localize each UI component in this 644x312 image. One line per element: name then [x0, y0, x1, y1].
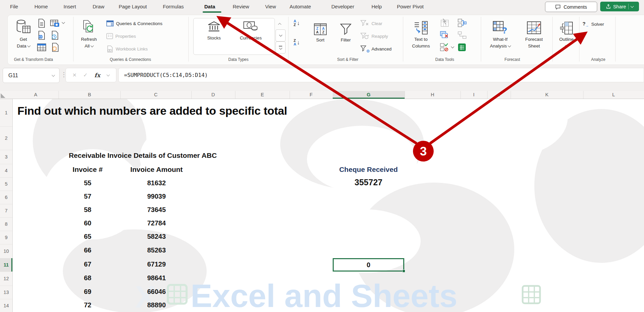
row-header-6[interactable]: 6	[0, 191, 12, 204]
tab-file[interactable]: File	[10, 0, 18, 13]
column-header-l[interactable]: L	[583, 91, 644, 99]
row-header-13[interactable]: 13	[0, 286, 12, 299]
data-validation-icon[interactable]	[440, 43, 449, 52]
cheque-amount-cell[interactable]: 355727	[332, 178, 405, 187]
row-header-4[interactable]: 4	[0, 164, 12, 178]
row-header-7[interactable]: 7	[0, 204, 12, 218]
cancel-icon[interactable]: ×	[73, 71, 77, 79]
what-if-analysis-button[interactable]: ? What-If Analysis	[484, 17, 516, 49]
function-dropdown-icon[interactable]	[106, 73, 110, 76]
column-header-k[interactable]: K	[511, 91, 583, 99]
cell-invoice-amount[interactable]: 98641	[126, 274, 187, 282]
refresh-all-button[interactable]: Refresh All	[76, 17, 102, 49]
fill-handle[interactable]	[402, 270, 405, 273]
gallery-more-button[interactable]	[276, 41, 286, 54]
text-to-columns-button[interactable]: Text to Columns	[407, 17, 435, 49]
workbook-links-button[interactable]: Workbook Links	[106, 45, 148, 53]
share-dropdown-icon[interactable]	[631, 4, 634, 8]
row-header-14[interactable]: 14	[0, 299, 12, 312]
cell-invoice-amount[interactable]: 58243	[126, 233, 187, 240]
row-header-5[interactable]: 5	[0, 177, 12, 191]
tab-review[interactable]: Review	[233, 0, 249, 13]
get-data-button[interactable]: Get Data	[11, 17, 36, 49]
cell-invoice-number[interactable]: 65	[61, 233, 114, 240]
invoice-column-header[interactable]: Invoice #	[61, 166, 114, 174]
advanced-filter-button[interactable]: ⚙ Advanced	[360, 45, 392, 52]
column-header-i[interactable]: I	[460, 91, 488, 99]
sort-ascending-button[interactable]: AZ ↓	[294, 19, 300, 27]
solver-button[interactable]: ? → Solver	[582, 21, 604, 27]
cell-invoice-number[interactable]: 58	[61, 206, 114, 214]
tab-data[interactable]: Data	[204, 0, 215, 13]
sort-button[interactable]: ZAAZ Sort	[310, 17, 331, 43]
column-header-a[interactable]: A	[13, 91, 59, 99]
from-table-range-icon[interactable]	[37, 43, 46, 51]
flash-fill-icon[interactable]	[440, 18, 449, 27]
row-header-11[interactable]: 11	[0, 258, 12, 272]
cell-invoice-amount[interactable]: 72784	[126, 219, 187, 227]
outline-button[interactable]: Outline	[555, 17, 578, 46]
tab-home[interactable]: Home	[34, 0, 48, 13]
recent-sources-icon[interactable]	[51, 31, 59, 40]
row-header-10[interactable]: 10	[0, 244, 12, 258]
column-header-e[interactable]: E	[235, 91, 290, 99]
relationships-icon[interactable]	[457, 31, 467, 39]
tab-draw[interactable]: Draw	[93, 0, 104, 13]
gallery-down-button[interactable]	[276, 29, 286, 41]
insert-function-icon[interactable]: fx	[94, 72, 100, 79]
select-all-corner[interactable]	[0, 91, 13, 99]
cell-invoice-amount[interactable]: 99039	[126, 193, 187, 200]
cell-invoice-number[interactable]: 66	[61, 246, 114, 254]
properties-button[interactable]: Properties	[106, 33, 136, 39]
cheque-received-label[interactable]: Cheque Received	[332, 166, 405, 174]
from-picture-icon[interactable]	[50, 19, 60, 27]
row-header-12[interactable]: 12	[0, 272, 12, 286]
cell-invoice-number[interactable]: 60	[61, 219, 114, 227]
share-button[interactable]: Share	[600, 2, 639, 11]
tab-help[interactable]: Help	[371, 0, 382, 13]
remove-duplicates-icon[interactable]	[440, 30, 449, 39]
cell-invoice-number[interactable]: 57	[61, 193, 114, 200]
name-box-dropdown-icon[interactable]	[52, 73, 55, 77]
from-web-icon[interactable]	[37, 31, 45, 40]
tab-developer[interactable]: Developer	[331, 0, 354, 13]
reapply-filter-button[interactable]: Reapply	[360, 33, 388, 39]
row-header-8[interactable]: 8	[0, 217, 12, 231]
cell-invoice-amount[interactable]: 88890	[126, 301, 187, 309]
cell-invoice-amount[interactable]: 73645	[126, 206, 187, 214]
column-header-b[interactable]: B	[59, 91, 121, 99]
cell-invoice-amount[interactable]: 81632	[126, 179, 187, 187]
cell-invoice-number[interactable]: 69	[61, 288, 114, 296]
cell-invoice-amount[interactable]: 66046	[126, 288, 187, 296]
filter-button[interactable]: Filter	[335, 17, 356, 43]
from-text-csv-icon[interactable]	[37, 19, 45, 28]
formula-input[interactable]: =SUMPRODUCT(C5:C14,D5:D14)	[118, 68, 644, 82]
clear-filter-button[interactable]: Clear	[360, 20, 382, 27]
tab-automate[interactable]: Automate	[290, 0, 311, 13]
selected-cell-g11[interactable]: 0	[333, 258, 404, 272]
tab-power-pivot[interactable]: Power Pivot	[397, 0, 424, 13]
row-header-9[interactable]: 9	[0, 231, 12, 244]
cell-invoice-amount[interactable]: 85263	[126, 246, 187, 254]
currencies-button[interactable]: Currencies	[234, 21, 267, 40]
tab-page-layout[interactable]: Page Layout	[119, 0, 147, 13]
forecast-sheet-button[interactable]: Forecast Sheet	[518, 17, 550, 49]
queries-connections-button[interactable]: Queries & Connections	[106, 20, 163, 26]
consolidate-icon[interactable]	[457, 18, 467, 27]
row-header-2[interactable]: 2	[0, 126, 12, 150]
column-header-f[interactable]: F	[290, 91, 333, 99]
column-header-c[interactable]: C	[120, 91, 192, 99]
column-header-d[interactable]: D	[191, 91, 235, 99]
enter-icon[interactable]: ✓	[83, 72, 88, 78]
sort-descending-button[interactable]: ZA ↓	[294, 39, 300, 46]
existing-connections-icon[interactable]	[51, 43, 59, 52]
tab-formulas[interactable]: Formulas	[163, 0, 184, 13]
table-title[interactable]: Receivable Invoice Details of Customer A…	[55, 151, 230, 160]
manage-data-model-icon[interactable]	[457, 43, 466, 52]
column-header-h[interactable]: H	[405, 91, 461, 99]
cell-invoice-amount[interactable]: 67129	[126, 261, 187, 268]
column-header-g[interactable]: G	[333, 91, 405, 99]
tab-insert[interactable]: Insert	[64, 0, 76, 13]
tab-view[interactable]: View	[265, 0, 276, 13]
comments-button[interactable]: Comments	[545, 2, 597, 12]
